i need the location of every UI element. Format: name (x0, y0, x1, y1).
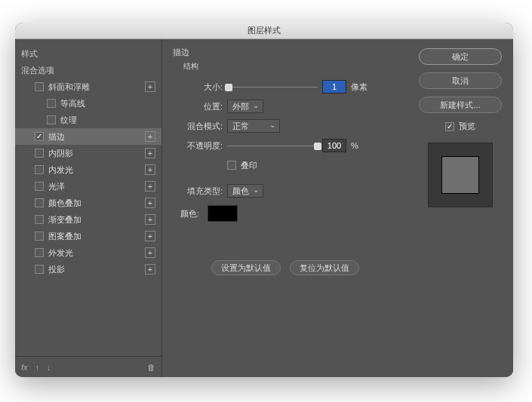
effect-item-6[interactable]: 光泽+ (15, 178, 161, 195)
effect-label: 光泽 (48, 181, 65, 192)
set-default-button[interactable]: 设置为默认值 (211, 260, 281, 275)
preview-label: 预览 (459, 121, 475, 132)
effect-item-2[interactable]: 纹理 (15, 112, 161, 128)
effect-item-0[interactable]: 斜面和浮雕+ (15, 78, 161, 95)
preview-swatch (441, 156, 479, 194)
effect-checkbox[interactable] (35, 182, 44, 191)
size-unit: 像素 (351, 81, 367, 93)
effect-label: 渐变叠加 (48, 214, 81, 226)
position-label: 位置: (180, 101, 223, 112)
effect-item-3[interactable]: 描边+ (15, 128, 161, 145)
effect-checkbox[interactable] (35, 198, 44, 207)
effect-item-4[interactable]: 内阴影+ (15, 145, 161, 161)
titlebar: 图层样式 (15, 23, 513, 39)
color-label: 颜色: (180, 208, 203, 219)
effect-label: 描边 (48, 131, 65, 143)
position-row: 位置: 外部 (180, 97, 397, 115)
structure-legend: 结构 (180, 61, 397, 72)
layer-style-dialog: 图层样式 样式 混合选项 斜面和浮雕+等高线纹理描边+内阴影+内发光+光泽+颜色… (15, 23, 513, 377)
effect-item-7[interactable]: 颜色叠加+ (15, 195, 161, 211)
effect-checkbox[interactable] (47, 115, 56, 124)
overprint-row: 叠印 (180, 156, 397, 174)
default-buttons: 设置为默认值 复位为默认值 (173, 260, 397, 275)
effect-checkbox[interactable] (35, 165, 44, 174)
add-effect-icon[interactable]: + (145, 264, 155, 275)
effect-item-9[interactable]: 图案叠加+ (15, 228, 161, 244)
size-label: 大小: (180, 81, 223, 93)
effect-label: 投影 (48, 264, 65, 275)
effect-item-8[interactable]: 渐变叠加+ (15, 211, 161, 228)
opacity-unit: % (351, 141, 358, 150)
blend-options-header[interactable]: 混合选项 (15, 62, 161, 78)
effect-checkbox[interactable] (35, 232, 44, 241)
effect-item-10[interactable]: 外发光+ (15, 244, 161, 261)
add-effect-icon[interactable]: + (145, 164, 155, 175)
opacity-input[interactable] (322, 139, 346, 152)
sidebar-footer: fx ↑ ↓ 🗑 (15, 356, 161, 377)
sidebar: 样式 混合选项 斜面和浮雕+等高线纹理描边+内阴影+内发光+光泽+颜色叠加+渐变… (15, 39, 162, 377)
ok-button[interactable]: 确定 (419, 48, 502, 65)
effect-label: 内阴影 (48, 148, 73, 159)
add-effect-icon[interactable]: + (145, 131, 155, 142)
preview-checkbox[interactable] (445, 122, 454, 131)
main-panel: 描边 结构 大小: 像素 位置: 外部 混合模式: 正常 (162, 39, 407, 377)
filltype-select[interactable]: 颜色 (227, 184, 263, 198)
effect-label: 图案叠加 (48, 231, 81, 242)
effect-label: 外发光 (48, 247, 73, 259)
filltype-label: 填充类型: (180, 186, 223, 197)
effect-item-11[interactable]: 投影+ (15, 261, 161, 278)
effect-checkbox[interactable] (47, 99, 56, 108)
color-swatch[interactable] (208, 205, 238, 222)
effect-checkbox[interactable] (35, 215, 44, 224)
color-row: 颜色: (180, 204, 397, 222)
blendmode-label: 混合模式: (180, 121, 223, 132)
overprint-label: 叠印 (241, 160, 257, 171)
new-style-button[interactable]: 新建样式... (419, 97, 502, 113)
effect-label: 纹理 (60, 115, 77, 126)
size-row: 大小: 像素 (180, 78, 397, 96)
effect-label: 斜面和浮雕 (48, 81, 90, 93)
panel-title: 描边 (173, 47, 397, 58)
add-effect-icon[interactable]: + (145, 198, 155, 208)
opacity-slider[interactable] (227, 140, 318, 151)
arrow-up-icon[interactable]: ↑ (35, 363, 40, 372)
size-slider[interactable] (227, 81, 318, 92)
effect-checkbox[interactable] (35, 248, 44, 257)
add-effect-icon[interactable]: + (145, 81, 155, 92)
add-effect-icon[interactable]: + (145, 214, 155, 225)
effect-item-1[interactable]: 等高线 (15, 95, 161, 112)
dialog-title: 图层样式 (248, 25, 281, 36)
cancel-button[interactable]: 取消 (419, 72, 502, 89)
effect-label: 颜色叠加 (48, 198, 81, 209)
effect-checkbox[interactable] (35, 265, 44, 274)
effect-label: 等高线 (60, 98, 85, 109)
dialog-body: 样式 混合选项 斜面和浮雕+等高线纹理描边+内阴影+内发光+光泽+颜色叠加+渐变… (15, 39, 513, 377)
overprint-checkbox[interactable] (227, 161, 236, 170)
add-effect-icon[interactable]: + (145, 231, 155, 241)
add-effect-icon[interactable]: + (145, 247, 155, 258)
opacity-row: 不透明度: % (180, 137, 397, 155)
preview-row: 预览 (445, 121, 475, 132)
right-column: 确定 取消 新建样式... 预览 (407, 39, 513, 377)
blendmode-select[interactable]: 正常 (227, 119, 280, 133)
preview-box (428, 143, 493, 207)
size-input[interactable] (322, 80, 346, 94)
arrow-down-icon[interactable]: ↓ (47, 363, 51, 372)
effect-item-5[interactable]: 内发光+ (15, 161, 161, 178)
filltype-row: 填充类型: 颜色 (180, 182, 397, 200)
effect-checkbox[interactable] (35, 132, 44, 141)
structure-group: 结构 大小: 像素 位置: 外部 混合模式: 正常 (173, 61, 397, 222)
fx-icon[interactable]: fx (21, 363, 28, 372)
effect-list: 斜面和浮雕+等高线纹理描边+内阴影+内发光+光泽+颜色叠加+渐变叠加+图案叠加+… (15, 78, 161, 278)
styles-header[interactable]: 样式 (15, 45, 161, 62)
position-select[interactable]: 外部 (227, 100, 263, 113)
styles-header-label: 样式 (21, 48, 38, 60)
add-effect-icon[interactable]: + (145, 181, 155, 192)
trash-icon[interactable]: 🗑 (147, 363, 155, 372)
reset-default-button[interactable]: 复位为默认值 (290, 260, 359, 275)
effect-checkbox[interactable] (35, 82, 44, 91)
blend-header-label: 混合选项 (21, 65, 54, 76)
effect-checkbox[interactable] (35, 149, 44, 158)
add-effect-icon[interactable]: + (145, 148, 155, 158)
opacity-label: 不透明度: (180, 140, 223, 152)
